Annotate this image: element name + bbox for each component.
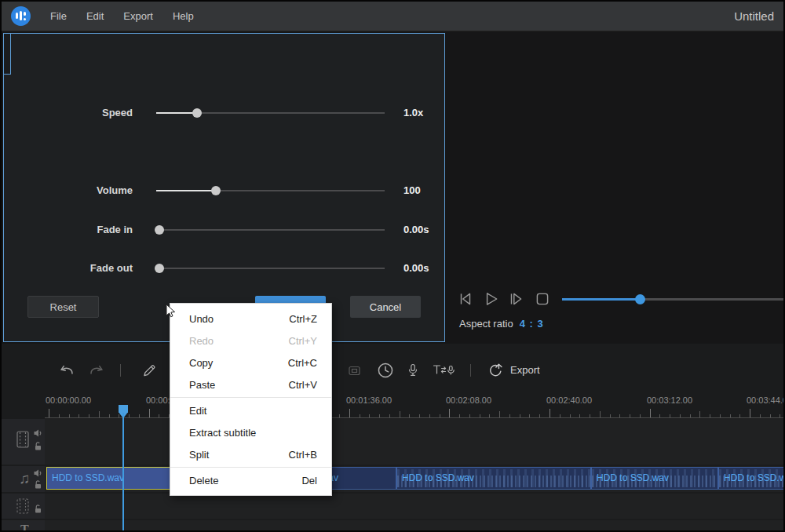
video-track-header: [2, 419, 45, 465]
play-button[interactable]: [482, 290, 499, 308]
audio-clip[interactable]: HDD to SSD.wav: [718, 467, 785, 490]
previous-frame-button[interactable]: [457, 290, 474, 308]
ruler-tick: [49, 409, 49, 417]
mouse-cursor: [166, 304, 177, 319]
audio-track-header: ♫: [2, 466, 45, 492]
undo-button[interactable]: [57, 362, 77, 382]
text-track-icon: T: [20, 523, 29, 532]
toolbar-separator: [120, 364, 121, 377]
context-menu-item-paste[interactable]: PasteCtrl+V: [170, 373, 331, 395]
speed-label: Speed: [4, 103, 133, 123]
preview-controls: Aspect ratio 4 : 3: [446, 31, 783, 339]
context-menu-item-extract-subtitle[interactable]: Extract subtitle: [170, 421, 331, 443]
unlock-icon[interactable]: [34, 479, 42, 490]
stop-button[interactable]: [534, 290, 551, 308]
menu-separator: [170, 467, 331, 468]
speed-slider-row: Speed1.0x: [4, 103, 444, 123]
microphone-icon: [406, 361, 420, 380]
ruler-tick: [499, 411, 500, 417]
ruler-tick: [99, 411, 100, 417]
context-menu: UndoCtrl+ZRedoCtrl+YCopyCtrl+CPasteCtrl+…: [170, 303, 332, 496]
export-label[interactable]: Export: [510, 364, 540, 376]
speed-slider-handle[interactable]: [192, 108, 202, 118]
pencil-icon: [141, 363, 157, 378]
menu-item-label: Extract subtitle: [189, 427, 256, 439]
fade-out-value: 0.00s: [403, 258, 429, 279]
ruler-baseline: [45, 417, 783, 418]
speaker-icon[interactable]: [33, 428, 43, 438]
menu-edit[interactable]: Edit: [86, 10, 104, 22]
ruler-tick: [349, 409, 350, 417]
clip-label: HDD to SSD.wav: [719, 468, 785, 488]
unlock-icon[interactable]: [34, 441, 42, 451]
fade-out-slider[interactable]: [156, 268, 385, 269]
music-note-icon: ♫: [19, 471, 30, 486]
app-logo-icon[interactable]: [11, 6, 31, 26]
fade-in-value: 0.00s: [403, 220, 429, 240]
ruler-tick: [550, 409, 550, 417]
aspect-ratio-value[interactable]: 4 : 3: [520, 318, 544, 330]
menu-item-label: Delete: [189, 475, 219, 486]
cancel-button[interactable]: Cancel: [350, 296, 421, 318]
context-menu-item-split[interactable]: SplitCtrl+B: [170, 443, 331, 465]
context-menu-item-undo[interactable]: UndoCtrl+Z: [170, 308, 331, 330]
fade-in-slider[interactable]: [156, 229, 385, 231]
volume-label: Volume: [4, 180, 133, 201]
context-menu-item-delete[interactable]: DeleteDel: [170, 469, 331, 491]
menu-item-label: Redo: [189, 335, 214, 347]
duration-button[interactable]: [377, 362, 394, 382]
context-menu-item-copy[interactable]: CopyCtrl+C: [170, 352, 331, 373]
export-button[interactable]: [487, 362, 504, 382]
reset-button[interactable]: Reset: [27, 296, 99, 318]
volume-slider-handle[interactable]: [211, 186, 221, 195]
menu-item-shortcut: Del: [301, 475, 317, 486]
fade-in-slider-handle[interactable]: [155, 225, 164, 235]
ruler-timestamp: 00:03:12.00: [647, 395, 692, 405]
filmstrip-icon: [15, 430, 31, 449]
ruler-tick: [149, 409, 150, 417]
next-frame-icon: [507, 290, 524, 308]
next-frame-button[interactable]: [507, 290, 524, 308]
menubar-items: FileEditExportHelp: [31, 10, 194, 22]
menu-item-shortcut: Ctrl+Y: [289, 335, 317, 347]
ruler-tick: [699, 411, 700, 417]
seek-handle[interactable]: [635, 294, 645, 304]
text-track[interactable]: T: [2, 520, 783, 532]
speed-slider[interactable]: [156, 112, 385, 114]
audio-clip[interactable]: HDD to SSD.wav: [591, 467, 718, 490]
overlay-track[interactable]: [2, 494, 783, 519]
ruler-tick: [750, 409, 750, 417]
menu-help[interactable]: Help: [173, 10, 194, 22]
previous-frame-icon: [457, 290, 474, 308]
text-to-speech-button[interactable]: [433, 363, 456, 381]
stop-icon: [534, 290, 551, 308]
unlock-icon[interactable]: [34, 504, 42, 514]
fade-out-slider-handle[interactable]: [155, 264, 164, 273]
fade-in-slider-row: Fade in0.00s: [4, 220, 444, 240]
ruler-timestamp: 00:00:00.00: [46, 395, 91, 405]
audio-track[interactable]: ♫ HDD to SSD.wavHDD to SSD.wavHDD to SSD…: [2, 466, 783, 492]
video-track[interactable]: [2, 419, 783, 465]
voiceover-button[interactable]: [406, 361, 420, 383]
play-icon: [482, 290, 499, 308]
audio-clip[interactable]: HDD to SSD.wav: [396, 467, 591, 490]
context-menu-item-edit[interactable]: Edit: [170, 399, 331, 421]
menu-item-shortcut: Ctrl+V: [289, 379, 317, 391]
edit-clip-button[interactable]: [141, 363, 157, 381]
ruler-timestamp: 00:02:08.00: [446, 395, 491, 405]
speaker-icon[interactable]: [33, 468, 43, 478]
freeze-frame-button[interactable]: [347, 363, 362, 381]
volume-slider[interactable]: [156, 190, 385, 191]
text-track-header: T: [2, 520, 45, 532]
redo-button[interactable]: [86, 362, 107, 382]
menu-item-label: Edit: [189, 405, 206, 417]
toolbar-separator: [470, 364, 471, 377]
menu-item-shortcut: Ctrl+B: [289, 449, 317, 461]
volume-slider-row: Volume100: [4, 180, 444, 201]
seek-fill: [562, 298, 640, 301]
seek-slider[interactable]: [562, 298, 785, 301]
menu-item-shortcut: Ctrl+Z: [289, 313, 317, 325]
menu-file[interactable]: File: [50, 10, 67, 22]
dialog-notch: [3, 33, 11, 75]
menu-export[interactable]: Export: [123, 10, 153, 22]
